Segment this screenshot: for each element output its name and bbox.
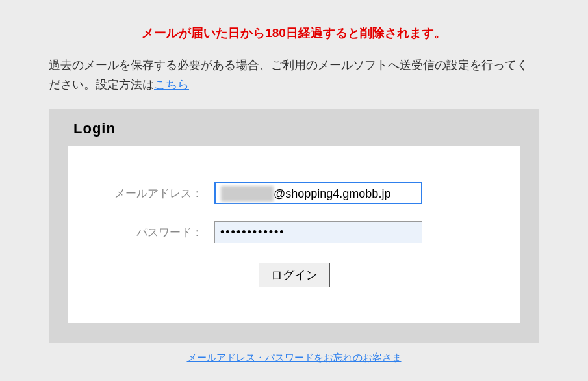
info-text: 過去のメールを保存する必要がある場合、ご利用のメールソフトへ送受信の設定を行って… [49, 56, 539, 94]
password-input[interactable] [214, 221, 422, 243]
login-button[interactable]: ログイン [259, 263, 330, 287]
password-label: パスワード： [107, 225, 214, 240]
info-body: 過去のメールを保存する必要がある場合、ご利用のメールソフトへ送受信の設定を行って… [49, 59, 528, 91]
email-obscured-prefix: xxxxxxxxx [221, 186, 274, 202]
login-title: Login [73, 120, 520, 137]
info-link[interactable]: こちら [154, 78, 189, 91]
login-panel: Login メールアドレス： xxxxxxxxx@shopping4.gmobb… [49, 109, 539, 343]
login-form: メールアドレス： xxxxxxxxx@shopping4.gmobb.jp パス… [68, 146, 520, 323]
email-input[interactable]: xxxxxxxxx@shopping4.gmobb.jp [214, 182, 422, 204]
password-row: パスワード： [107, 221, 481, 243]
forgot-link[interactable]: メールアドレス・パスワードをお忘れのお客さま [187, 352, 402, 363]
email-label: メールアドレス： [107, 186, 214, 201]
warning-text: メールが届いた日から180日経過すると削除されます。 [49, 25, 539, 42]
email-row: メールアドレス： xxxxxxxxx@shopping4.gmobb.jp [107, 182, 481, 204]
email-domain: @shopping4.gmobb.jp [274, 187, 390, 200]
